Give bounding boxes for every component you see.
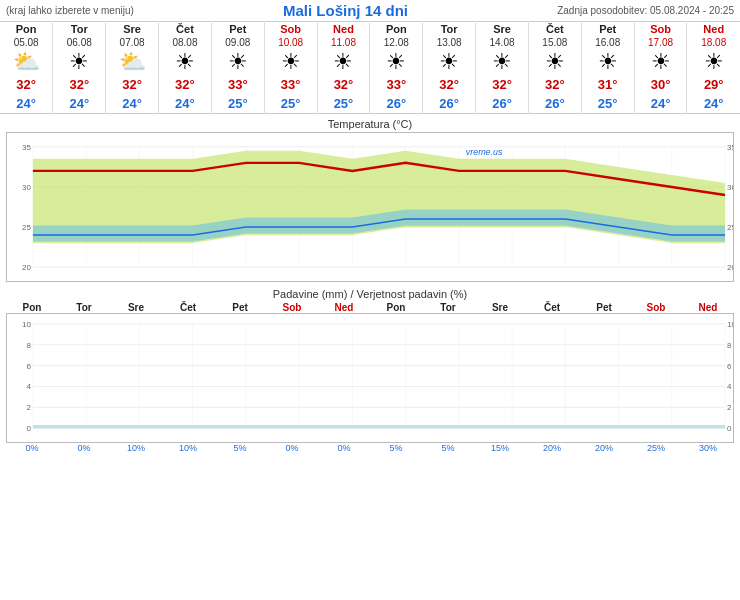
svg-text:0: 0: [26, 424, 31, 433]
precip-day-label: Sre: [110, 302, 162, 313]
weather-icon: ☀: [476, 49, 529, 75]
weather-icon: ⛅: [0, 49, 53, 75]
svg-text:25: 25: [727, 223, 733, 232]
svg-text:35: 35: [727, 143, 733, 152]
day-date: 13.08: [423, 36, 476, 49]
precip-pct: 0%: [6, 443, 58, 453]
day-date: 14.08: [476, 36, 529, 49]
top-bar: (kraj lahko izberete v meniju) Mali Loši…: [0, 0, 740, 21]
svg-text:25: 25: [22, 223, 31, 232]
temp-low: 26°: [528, 94, 581, 114]
precip-pct: 10%: [110, 443, 162, 453]
last-update: Zadnja posodobitev: 05.08.2024 - 20:25: [557, 5, 734, 16]
day-date: 09.08: [211, 36, 264, 49]
precip-pct: 20%: [526, 443, 578, 453]
temp-low: 26°: [423, 94, 476, 114]
temp-high: 33°: [370, 75, 423, 94]
temp-high: 30°: [634, 75, 687, 94]
precip-day-label: Sre: [474, 302, 526, 313]
temp-high: 32°: [0, 75, 53, 94]
day-name: Pet: [581, 22, 634, 37]
svg-text:0: 0: [727, 424, 732, 433]
temp-low: 25°: [211, 94, 264, 114]
precip-day-label: Pet: [214, 302, 266, 313]
weather-icon: ☀: [53, 49, 106, 75]
precip-title: Padavine (mm) / Verjetnost padavin (%): [4, 288, 736, 300]
day-name: Pon: [370, 22, 423, 37]
svg-text:vreme.us: vreme.us: [466, 147, 503, 157]
svg-text:35: 35: [22, 143, 31, 152]
svg-text:4: 4: [727, 382, 732, 391]
precip-day-label: Tor: [422, 302, 474, 313]
precip-pct: 25%: [630, 443, 682, 453]
svg-text:2: 2: [727, 403, 731, 412]
temp-high: 32°: [317, 75, 370, 94]
svg-text:10: 10: [727, 320, 733, 329]
precip-day-label: Čet: [526, 302, 578, 313]
precip-day-label: Ned: [682, 302, 734, 313]
weather-icon: ☀: [423, 49, 476, 75]
day-name: Tor: [423, 22, 476, 37]
precip-day-label: Pet: [578, 302, 630, 313]
precip-day-label: Čet: [162, 302, 214, 313]
day-date: 07.08: [106, 36, 159, 49]
weather-icon: ☀: [528, 49, 581, 75]
svg-text:20: 20: [22, 263, 31, 272]
temp-high: 33°: [211, 75, 264, 94]
day-date: 10.08: [264, 36, 317, 49]
precip-section: Padavine (mm) / Verjetnost padavin (%) P…: [0, 288, 740, 453]
svg-text:30: 30: [22, 183, 31, 192]
temp-low: 25°: [581, 94, 634, 114]
temp-low: 24°: [106, 94, 159, 114]
day-date: 12.08: [370, 36, 423, 49]
day-name: Pet: [211, 22, 264, 37]
precip-day-label: Sob: [266, 302, 318, 313]
svg-text:10: 10: [22, 320, 31, 329]
page-title: Mali Lošinj 14 dni: [283, 2, 408, 19]
weather-icon: ☀: [211, 49, 264, 75]
precip-pct: 10%: [162, 443, 214, 453]
temp-low: 24°: [0, 94, 53, 114]
day-name: Sob: [634, 22, 687, 37]
weather-icon: ⛅: [106, 49, 159, 75]
temp-high: 29°: [687, 75, 740, 94]
weather-icon: ☀: [687, 49, 740, 75]
precip-pct: 5%: [422, 443, 474, 453]
temp-high: 32°: [53, 75, 106, 94]
day-date: 05.08: [0, 36, 53, 49]
temp-high: 32°: [106, 75, 159, 94]
temp-high: 31°: [581, 75, 634, 94]
precip-pct: 20%: [578, 443, 630, 453]
day-name: Pon: [0, 22, 53, 37]
temperature-chart-section: Temperatura (°C) 2020252530303535vreme.u…: [0, 118, 740, 282]
temp-low: 24°: [53, 94, 106, 114]
precip-pct: 15%: [474, 443, 526, 453]
day-date: 16.08: [581, 36, 634, 49]
temp-high: 32°: [423, 75, 476, 94]
precip-pct-row: 0%0%10%10%5%0%0%5%5%15%20%20%25%30%: [6, 443, 734, 453]
day-name: Ned: [317, 22, 370, 37]
precip-day-label: Tor: [58, 302, 110, 313]
weather-icon: ☀: [634, 49, 687, 75]
precip-pct: 30%: [682, 443, 734, 453]
day-date: 17.08: [634, 36, 687, 49]
svg-text:6: 6: [26, 362, 31, 371]
temp-low: 24°: [687, 94, 740, 114]
svg-text:20: 20: [727, 263, 733, 272]
temp-high: 32°: [528, 75, 581, 94]
day-name: Sre: [476, 22, 529, 37]
day-name: Sob: [264, 22, 317, 37]
precip-chart-container: 00224466881010: [6, 313, 734, 443]
svg-text:4: 4: [26, 382, 31, 391]
day-name: Čet: [159, 22, 212, 37]
temp-low: 25°: [264, 94, 317, 114]
precip-pct: 0%: [318, 443, 370, 453]
weather-icon: ☀: [581, 49, 634, 75]
day-name: Tor: [53, 22, 106, 37]
weather-icon: ☀: [370, 49, 423, 75]
precip-day-label: Pon: [370, 302, 422, 313]
temp-chart-title: Temperatura (°C): [4, 118, 736, 130]
day-name: Sre: [106, 22, 159, 37]
temp-chart-container: 2020252530303535vreme.us: [6, 132, 734, 282]
day-date: 08.08: [159, 36, 212, 49]
